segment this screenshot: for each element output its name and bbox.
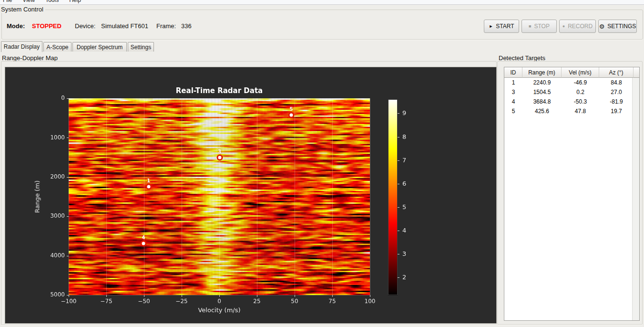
record-button-label: RECORD <box>568 23 593 30</box>
menu-help[interactable]: Help <box>69 0 81 4</box>
settings-button[interactable]: ⚙ SETTINGS <box>598 20 637 33</box>
menu-bar: File View Tools Help <box>0 0 644 5</box>
tab-a-scope[interactable]: A-Scope <box>43 42 72 52</box>
plot-title: Real-Time Radar Data <box>69 86 370 95</box>
device-value: Simulated FT601 <box>101 22 148 30</box>
frame-value: 336 <box>181 22 192 30</box>
targets-table: ID Range (m) Vel (m/s) Az (°) 12240.9-46… <box>504 67 640 321</box>
start-button[interactable]: ► START <box>484 20 519 33</box>
stop-icon: ■ <box>529 24 531 29</box>
target-marker-label: 5 <box>290 106 293 112</box>
targets-table-header: ID Range (m) Vel (m/s) Az (°) <box>504 67 639 78</box>
table-cell[interactable]: 3684.8 <box>522 97 562 106</box>
table-cell[interactable]: 19.7 <box>599 106 634 116</box>
range-doppler-map-label: Range-Doppler Map <box>2 54 58 62</box>
table-row[interactable]: 12240.9-46.984.8 <box>504 78 639 87</box>
target-marker: 1 <box>145 183 152 190</box>
column-header-vel[interactable]: Vel (m/s) <box>562 67 599 78</box>
target-marker: 5 <box>288 112 295 118</box>
table-cell[interactable]: 3 <box>504 87 522 97</box>
table-row[interactable]: 43684.8-50.3-81.9 <box>504 97 639 106</box>
detected-targets-label: Detected Targets <box>499 54 545 62</box>
table-cell[interactable]: 1 <box>504 78 522 87</box>
table-cell[interactable]: 0.2 <box>562 87 599 97</box>
system-control-title: System Control <box>0 6 45 13</box>
table-row[interactable]: 5425.647.819.7 <box>504 106 639 116</box>
column-header-stub <box>634 67 639 78</box>
menu-file[interactable]: File <box>3 0 12 4</box>
mode-value: STOPPED <box>32 22 61 30</box>
range-doppler-heatmap <box>5 67 496 323</box>
column-header-id[interactable]: ID <box>504 67 522 78</box>
target-marker-label: 1 <box>147 178 150 183</box>
menu-view[interactable]: View <box>22 0 35 4</box>
stop-button[interactable]: ■ STOP <box>521 20 557 33</box>
table-cell[interactable]: 84.8 <box>599 78 634 87</box>
radar-plot-panel: Real-Time Radar Data Velocity (m/s) Rang… <box>5 67 497 324</box>
plot-y-axis-label: Range (m) <box>34 180 41 213</box>
table-row[interactable]: 31504.50.227.0 <box>504 87 639 97</box>
start-button-label: START <box>496 23 514 30</box>
table-cell[interactable]: -50.3 <box>562 97 599 106</box>
target-marker: 3 <box>216 154 223 160</box>
table-cell[interactable]: 425.6 <box>522 106 562 116</box>
column-header-az[interactable]: Az (°) <box>599 67 634 78</box>
gear-icon: ⚙ <box>599 23 605 30</box>
record-button[interactable]: ● RECORD <box>559 20 596 33</box>
frame-label: Frame: <box>156 22 176 30</box>
device-label: Device: <box>75 22 95 30</box>
target-marker-label: 4 <box>142 234 145 240</box>
table-scrollbar[interactable] <box>632 78 639 320</box>
target-marker: 4 <box>141 240 147 246</box>
target-marker-label: 3 <box>218 148 221 154</box>
table-cell[interactable]: 5 <box>504 106 522 116</box>
table-cell[interactable]: 4 <box>504 97 522 106</box>
record-icon: ● <box>562 24 565 29</box>
stop-button-label: STOP <box>534 23 549 30</box>
table-cell[interactable]: 1504.5 <box>522 87 562 97</box>
table-cell[interactable]: 2240.9 <box>522 78 562 87</box>
tab-radar-display[interactable]: Radar Display <box>1 41 42 52</box>
settings-button-label: SETTINGS <box>607 23 636 30</box>
table-cell[interactable]: 27.0 <box>599 87 634 97</box>
mode-label: Mode: <box>7 22 25 30</box>
table-cell[interactable]: -81.9 <box>599 97 634 106</box>
tab-doppler-spectrum[interactable]: Doppler Spectrum <box>72 42 127 52</box>
menu-tools[interactable]: Tools <box>45 0 59 4</box>
table-cell[interactable]: -46.9 <box>562 78 599 87</box>
play-icon: ► <box>489 24 493 29</box>
radar-app-window: File View Tools Help System Control Mode… <box>0 0 644 327</box>
column-header-range[interactable]: Range (m) <box>522 67 562 78</box>
tab-settings[interactable]: Settings <box>128 42 154 52</box>
table-cell[interactable]: 47.8 <box>562 106 599 116</box>
plot-x-axis-label: Velocity (m/s) <box>69 306 370 314</box>
targets-table-body: 12240.9-46.984.831504.50.227.043684.8-50… <box>504 78 639 116</box>
